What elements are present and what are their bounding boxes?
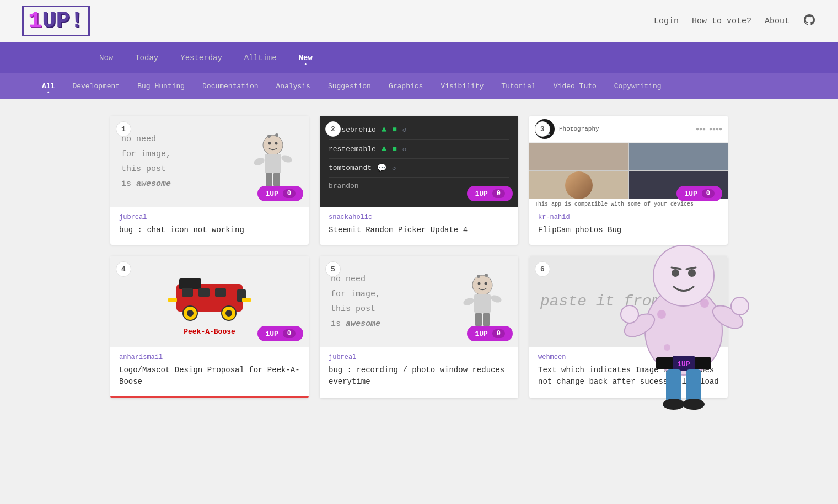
card-3-body: kr-nahid FlipCam photos Bug — [529, 207, 728, 245]
vote-btn-5[interactable]: 1UP 0 — [467, 326, 513, 341]
card-2[interactable]: 2 reesebrehio ▲ ■ ↺ resteemable ▲ ■ ↺ — [320, 116, 518, 245]
header: 1 U P ! Login How to vote? About — [0, 0, 838, 42]
cat-tutorial[interactable]: Tutorial — [492, 79, 544, 94]
svg-rect-20 — [168, 298, 177, 302]
svg-rect-26 — [475, 313, 482, 326]
svg-point-18 — [225, 310, 232, 317]
placeholder-text-5: no need for image, this post is awesome — [331, 272, 380, 331]
vote-count-1: 0 — [283, 189, 296, 198]
cat-bug-hunting[interactable]: Bug Hunting — [128, 79, 194, 94]
cat-suggestion[interactable]: Suggestion — [319, 79, 380, 94]
svg-point-6 — [268, 142, 271, 144]
svg-point-2 — [253, 156, 266, 166]
card-5[interactable]: 5 no need for image, this post is awesom… — [320, 256, 518, 398]
cat-video-tuto[interactable]: Video Tuto — [545, 79, 605, 94]
card-1-number: 1 — [116, 121, 131, 137]
cat-graphics[interactable]: Graphics — [380, 79, 432, 94]
card-6[interactable]: 6 paste it from th 1UP 0 wehmoen Text wh… — [529, 256, 728, 398]
time-nav: Now Today Yesterday Alltime New — [22, 42, 816, 73]
dark-row-3: tomtomandt 💬 ↺ — [329, 163, 509, 178]
logo-1: 1 — [28, 9, 42, 33]
svg-point-9 — [275, 133, 278, 137]
cat-copywriting[interactable]: Copywriting — [605, 79, 670, 94]
svg-point-30 — [477, 275, 480, 278]
time-alltime[interactable]: Alltime — [233, 49, 288, 67]
svg-rect-21 — [242, 298, 251, 302]
cat-documentation[interactable]: Documentation — [194, 79, 267, 94]
card-2-body: snackaholic Steemit Random Picker Update… — [320, 207, 518, 245]
card-6-image: paste it from th 1UP 0 — [529, 256, 728, 347]
card-3-author[interactable]: kr-nahid — [538, 213, 719, 221]
main-content: 1 no need for image, this post is awesom… — [88, 99, 750, 415]
cat-nav: All Development Bug Hunting Documentatio… — [22, 73, 816, 99]
time-yesterday[interactable]: Yesterday — [169, 49, 233, 67]
time-now[interactable]: Now — [88, 49, 124, 67]
train-svg — [165, 267, 254, 323]
logo[interactable]: 1 U P ! — [22, 6, 90, 36]
svg-rect-14 — [215, 288, 226, 297]
card-2-author[interactable]: snackaholic — [329, 213, 509, 221]
svg-point-31 — [485, 274, 488, 277]
mascot-small-5 — [458, 269, 507, 335]
svg-point-40 — [731, 297, 749, 315]
card-4-image: Peek-A-Boose 1UP 0 — [110, 256, 309, 347]
svg-rect-23 — [474, 294, 491, 313]
github-link[interactable] — [803, 13, 816, 29]
header-nav: Login How to vote? About — [654, 13, 816, 29]
card-grid: 1 no need for image, this post is awesom… — [110, 116, 728, 398]
how-to-vote-link[interactable]: How to vote? — [692, 17, 751, 26]
login-link[interactable]: Login — [654, 17, 679, 26]
card-4-title: Logo/Mascot Design Proposal for Peek-A-B… — [119, 364, 300, 388]
vote-count-3: 0 — [702, 189, 715, 198]
card-5-image: no need for image, this post is awesome — [320, 256, 518, 347]
svg-point-43 — [663, 399, 685, 410]
placeholder-text-1: no need for image, this post is awesome — [121, 132, 171, 191]
vote-count-5: 0 — [492, 329, 505, 338]
screenshot-header: 📷 Photography ●●● ●●●● — [529, 116, 728, 143]
card-6-number: 6 — [535, 261, 550, 277]
vote-btn-3[interactable]: 1UP 0 — [676, 186, 722, 201]
card-4[interactable]: 4 — [110, 256, 309, 398]
cat-analysis[interactable]: Analysis — [267, 79, 319, 94]
dark-row-1: reesebrehio ▲ ■ ↺ — [329, 125, 509, 140]
svg-rect-4 — [266, 173, 272, 186]
svg-point-24 — [463, 296, 475, 306]
cat-development[interactable]: Development — [63, 79, 128, 94]
card-1-image: no need for image, this post is awesome — [110, 116, 309, 207]
svg-point-29 — [485, 282, 487, 285]
card-1[interactable]: 1 no need for image, this post is awesom… — [110, 116, 309, 245]
about-link[interactable]: About — [765, 17, 789, 26]
card-2-image: reesebrehio ▲ ■ ↺ resteemable ▲ ■ ↺ tomt… — [320, 116, 518, 207]
time-nav-bar: Now Today Yesterday Alltime New — [0, 42, 838, 73]
cat-all[interactable]: All — [33, 79, 63, 94]
vote-btn-6[interactable]: 1UP 0 — [676, 326, 722, 341]
vote-btn-4[interactable]: 1UP 0 — [257, 326, 303, 341]
vote-count-6: 0 — [702, 329, 715, 338]
card-5-author[interactable]: jubreal — [329, 353, 509, 361]
dark-row-2: resteemable ▲ ■ ↺ — [329, 144, 509, 159]
logo-bang: ! — [70, 9, 84, 33]
vote-btn-1[interactable]: 1UP 0 — [257, 186, 303, 201]
train-illustration: Peek-A-Boose — [165, 267, 254, 336]
svg-point-25 — [490, 293, 503, 303]
svg-point-16 — [187, 310, 194, 317]
svg-point-28 — [478, 282, 481, 285]
card-4-body: anharismail Logo/Mascot Design Proposal … — [110, 347, 309, 396]
cat-visibility[interactable]: Visibility — [432, 79, 492, 94]
mascot-small-1 — [248, 128, 298, 195]
card-6-author[interactable]: wehmoen — [538, 353, 719, 361]
card-3-number: 3 — [535, 121, 550, 137]
time-new[interactable]: New — [288, 49, 324, 67]
card-1-author[interactable]: jubreal — [119, 213, 300, 221]
vote-btn-2[interactable]: 1UP 0 — [467, 186, 513, 201]
svg-rect-5 — [273, 173, 280, 186]
card-3[interactable]: 3 📷 Photography ●●● ●●●● — [529, 116, 728, 245]
card-4-author[interactable]: anharismail — [119, 353, 300, 361]
svg-rect-12 — [182, 288, 193, 297]
card-2-number: 2 — [325, 121, 341, 137]
logo-p: P — [56, 9, 69, 33]
logo-u: U — [42, 9, 56, 33]
svg-rect-11 — [179, 278, 201, 289]
train-label: Peek-A-Boose — [165, 328, 254, 336]
time-today[interactable]: Today — [124, 49, 169, 67]
